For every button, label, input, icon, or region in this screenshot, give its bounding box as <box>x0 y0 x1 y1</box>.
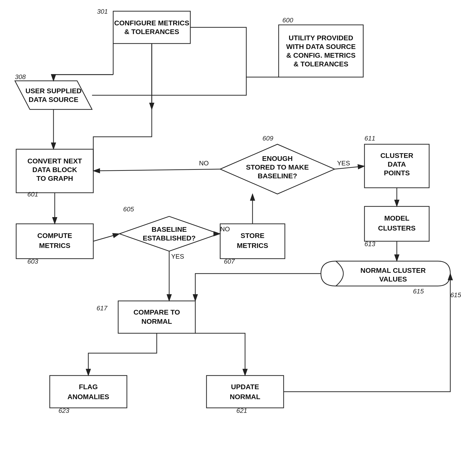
configure-node <box>113 11 190 44</box>
enough-label2: STORED TO MAKE <box>246 163 309 171</box>
compute-label2: METRICS <box>39 242 70 249</box>
normalcluster-label1: NORMAL CLUSTER <box>360 267 426 274</box>
configure-label2: & TOLERANCES <box>124 28 179 36</box>
label-613: 613 <box>364 240 375 248</box>
userdata-node <box>15 81 92 109</box>
label-615: 615 <box>413 287 424 295</box>
store-node <box>220 224 285 259</box>
utility-label1: UTILITY PROVIDED <box>289 34 353 42</box>
label-607: 607 <box>224 258 235 265</box>
yes-label-enough: YES <box>337 159 350 167</box>
arrow-update-normal <box>284 274 450 392</box>
brace-line2 <box>92 77 246 95</box>
cluster-label1: CLUSTER <box>380 152 413 159</box>
yes-label-baseline: YES <box>171 253 184 260</box>
compute-label1: COMPUTE <box>37 232 72 239</box>
flag-node <box>50 376 127 408</box>
label-603: 603 <box>27 258 38 265</box>
arrow-normal-compare <box>195 274 321 301</box>
compute-node <box>16 224 93 259</box>
label-301: 301 <box>97 8 108 15</box>
arrow-configure-userdata <box>53 75 113 81</box>
convert-label2: DATA BLOCK <box>32 166 77 174</box>
label-617: 617 <box>97 304 108 312</box>
update-label1: UPDATE <box>231 383 259 391</box>
store-label2: METRICS <box>237 242 268 249</box>
no-label-enough: NO <box>199 159 209 167</box>
utility-label3: & CONFIG. METRICS <box>286 51 356 59</box>
userdata-label1: USER SUPPLIED <box>25 87 82 95</box>
model-label2: CLUSTERS <box>378 224 416 232</box>
line-configure-convert <box>93 44 152 171</box>
label-601: 601 <box>27 190 38 198</box>
utility-label2: WITH DATA SOURCE <box>286 43 356 50</box>
flowchart-diagram: CONFIGURE METRICS & TOLERANCES 301 UTILI… <box>0 0 461 476</box>
baseline-diamond <box>119 216 219 251</box>
convert-label3: TO GRAPH <box>36 175 73 182</box>
convert-label1: CONVERT NEXT <box>27 157 82 165</box>
enough-label3: BASELINE? <box>258 172 297 180</box>
baseline-label2: ESTABLISHED? <box>143 234 196 242</box>
userdata-label2: DATA SOURCE <box>29 96 78 103</box>
flag-label1: FLAG <box>79 383 98 391</box>
cluster-label2: DATA <box>388 160 406 168</box>
arrow-enough-no-convert <box>93 169 220 171</box>
enough-label1: ENOUGH <box>262 155 293 162</box>
brace-line <box>190 27 279 77</box>
label-308: 308 <box>15 73 26 81</box>
utility-node <box>279 25 363 77</box>
label-600: 600 <box>282 16 293 24</box>
arrow-compute-baseline <box>93 234 119 241</box>
arrow-compare-flag <box>88 333 157 376</box>
model-label1: MODEL <box>384 214 409 222</box>
flag-label2: ANOMALIES <box>67 393 109 401</box>
label-623: 623 <box>58 407 69 414</box>
configure-label: CONFIGURE METRICS <box>114 19 189 27</box>
normalcluster-label2: VALUES <box>379 275 407 283</box>
label-611: 611 <box>364 135 375 142</box>
compare-node <box>118 301 195 333</box>
label-605: 605 <box>123 205 134 213</box>
update-node <box>206 376 284 408</box>
store-label1: STORE <box>241 232 264 239</box>
baseline-label1: BASELINE <box>152 226 187 233</box>
arrow-compare-update <box>195 333 245 376</box>
model-node <box>364 206 429 241</box>
no-label-baseline: NO <box>220 225 230 233</box>
label-621: 621 <box>236 407 247 414</box>
compare-label1: COMPARE TO <box>133 308 180 316</box>
compare-label2: NORMAL <box>142 318 172 325</box>
cluster-label3: POINTS <box>384 169 410 177</box>
label-609: 609 <box>262 135 273 142</box>
label-615b: 615 <box>450 291 461 299</box>
update-label2: NORMAL <box>230 393 260 401</box>
utility-label4: & TOLERANCES <box>294 60 348 68</box>
